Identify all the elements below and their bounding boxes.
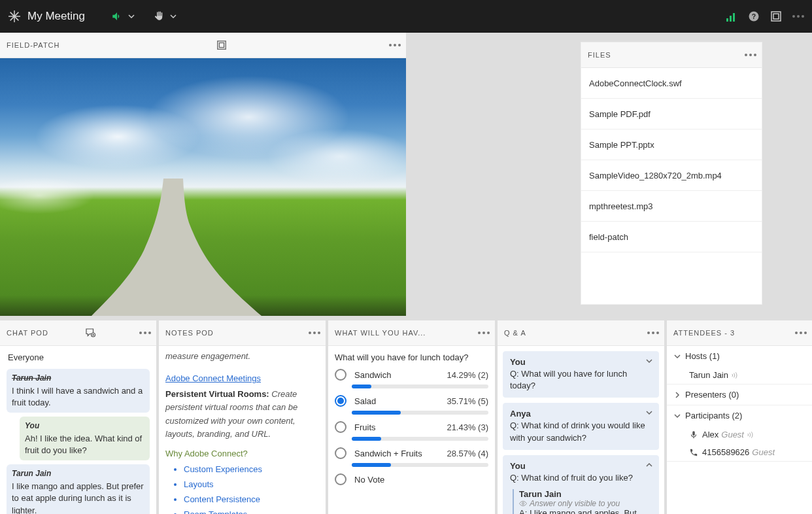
chat-message-text: Ah! I like the idea. What kind of fruit … <box>25 433 144 456</box>
poll-option[interactable]: No Vote <box>335 473 488 485</box>
radio-button[interactable] <box>335 421 347 433</box>
poll-option[interactable]: Fruits21.43% (3) <box>335 421 488 433</box>
raise-hand-menu[interactable] <box>153 10 177 22</box>
attendee-guest-label: Guest <box>721 430 744 439</box>
notes-link[interactable]: Adobe Connect Meetings <box>165 373 261 383</box>
notes-bullet[interactable]: Content Persistence <box>184 493 319 506</box>
qa-answer-visibility: Answer only visible to you <box>519 499 652 508</box>
poll-pod: WHAT WILL YOU HAV... What will you have … <box>328 320 498 514</box>
qa-item[interactable]: YouQ: What will you have for lunch today… <box>503 351 659 398</box>
chevron-down-icon[interactable] <box>645 409 653 419</box>
svg-rect-1 <box>730 16 732 22</box>
qa-answer-author: Tarun Jain <box>519 489 652 499</box>
new-chat-icon[interactable] <box>84 327 96 339</box>
poll-bar <box>352 385 488 388</box>
radio-button[interactable] <box>335 473 347 485</box>
svg-rect-6 <box>773 14 779 19</box>
notes-bullet[interactable]: Layouts <box>184 478 319 491</box>
chat-message-text: I like mango and apples. But prefer to e… <box>12 481 144 514</box>
poll-question: What will you have for lunch today? <box>335 352 488 362</box>
attendee-section-participants[interactable]: Participants (2) <box>667 405 812 426</box>
qa-item-question: Q: What will you have for lunch today? <box>510 368 652 392</box>
radio-button[interactable] <box>335 447 347 459</box>
poll-option-label: No Vote <box>354 475 488 485</box>
chat-message: YouAh! I like the idea. What kind of fru… <box>20 417 150 460</box>
svg-rect-7 <box>218 41 226 49</box>
files-pod-title: FILES <box>588 51 611 59</box>
chat-tab-everyone[interactable]: Everyone <box>7 350 150 365</box>
poll-bar <box>352 463 488 467</box>
qa-item-question: Q: What kind of fruit do you like? <box>510 472 652 484</box>
qa-answer: Tarun JainAnswer only visible to youA: I… <box>513 489 652 514</box>
attendee-row[interactable]: Tarun Jain <box>667 366 812 384</box>
pod-menu[interactable] <box>139 332 151 334</box>
shared-image <box>0 58 406 316</box>
poll-option[interactable]: Sandwich + Fruits28.57% (4) <box>335 447 488 459</box>
svg-rect-5 <box>771 12 781 21</box>
poll-option-pct: 14.29% (2) <box>447 370 488 380</box>
pod-menu[interactable] <box>309 332 320 334</box>
file-item[interactable]: SampleVideo_1280x720_2mb.mp4 <box>581 160 762 191</box>
poll-option[interactable]: Salad35.71% (5) <box>335 395 488 407</box>
attendee-row[interactable]: 4156589626Guest <box>667 443 812 461</box>
poll-option-pct: 28.57% (4) <box>447 449 488 458</box>
app-logo-icon[interactable] <box>8 10 21 23</box>
attendee-section-label: Hosts (1) <box>685 351 720 361</box>
poll-option-label: Fruits <box>354 422 447 432</box>
qa-pod: Q & A YouQ: What will you have for lunch… <box>498 320 667 514</box>
attendee-row[interactable]: AlexGuest <box>667 426 812 443</box>
chat-message-text: I think I will have a sandwich and a fru… <box>12 385 144 409</box>
chat-pod-title: CHAT POD <box>7 329 48 337</box>
svg-text:?: ? <box>752 12 756 20</box>
fullscreen-icon[interactable] <box>216 40 227 50</box>
notes-bullet[interactable]: Custom Experiences <box>184 463 319 476</box>
poll-option-pct: 35.71% (5) <box>447 396 488 406</box>
help-icon[interactable]: ? <box>748 10 760 22</box>
radio-button[interactable] <box>335 395 347 407</box>
attendee-section-label: Participants (2) <box>685 411 742 420</box>
attendee-section-label: Presenters (0) <box>685 390 739 400</box>
files-list: AdobeConnectClock.swfSample PDF.pdfSampl… <box>581 68 762 304</box>
qa-item-question: Q: What kind of drink you would like wit… <box>510 420 652 443</box>
poll-bar <box>352 437 488 441</box>
chat-pod: CHAT POD EveryoneTarun JainI think I wil… <box>0 320 159 514</box>
speaker-icon <box>111 10 123 22</box>
chevron-up-icon[interactable] <box>645 461 653 471</box>
chevron-down-icon[interactable] <box>645 357 653 367</box>
fullscreen-icon[interactable] <box>770 10 782 22</box>
file-item[interactable]: mpthreetest.mp3 <box>581 191 762 222</box>
chat-message-author: Tarun Jain <box>12 373 144 384</box>
pod-menu[interactable] <box>389 44 401 46</box>
pod-menu[interactable] <box>795 332 807 334</box>
chat-message-author: You <box>25 420 144 432</box>
pod-menu[interactable] <box>745 54 756 56</box>
file-item[interactable]: Sample PPT.pptx <box>581 129 762 160</box>
notes-line: measure engagement. <box>165 351 250 361</box>
audio-menu[interactable] <box>111 10 135 22</box>
attendee-guest-label: Guest <box>752 447 775 457</box>
connection-status-icon[interactable] <box>726 10 737 22</box>
share-pod: FIELD-PATCH <box>0 33 406 316</box>
pod-menu[interactable] <box>647 332 659 334</box>
chat-message: Tarun JainI think I will have a sandwich… <box>7 369 150 413</box>
qa-item[interactable]: AnyaQ: What kind of drink you would like… <box>503 403 659 449</box>
qa-item-author: Anya <box>510 409 652 419</box>
meeting-title[interactable]: My Meeting <box>27 10 85 23</box>
notes-body[interactable]: measure engagement. Adobe Connect Meetin… <box>159 346 326 514</box>
attendees-pod-title: ATTENDEES - 3 <box>673 329 735 337</box>
attendees-pod: ATTENDEES - 3 Hosts (1)Tarun JainPresent… <box>667 320 812 514</box>
notes-bullet[interactable]: Room Templates <box>184 508 319 514</box>
file-item[interactable]: Sample PDF.pdf <box>581 99 762 129</box>
attendee-section-hosts[interactable]: Hosts (1) <box>667 346 812 366</box>
chat-message-author: Tarun Jain <box>12 468 144 479</box>
road-graphic <box>92 179 262 316</box>
pod-menu[interactable] <box>478 332 490 334</box>
file-item[interactable]: field-patch <box>581 222 762 252</box>
more-menu[interactable] <box>792 15 804 18</box>
radio-button[interactable] <box>335 369 347 381</box>
file-item[interactable]: AdobeConnectClock.swf <box>581 68 762 99</box>
qa-item[interactable]: YouQ: What kind of fruit do you like?Tar… <box>503 455 659 514</box>
poll-option[interactable]: Sandwich14.29% (2) <box>335 369 488 381</box>
attendee-name: 4156589626 <box>702 447 749 457</box>
attendee-section-presenters[interactable]: Presenters (0) <box>667 385 812 405</box>
